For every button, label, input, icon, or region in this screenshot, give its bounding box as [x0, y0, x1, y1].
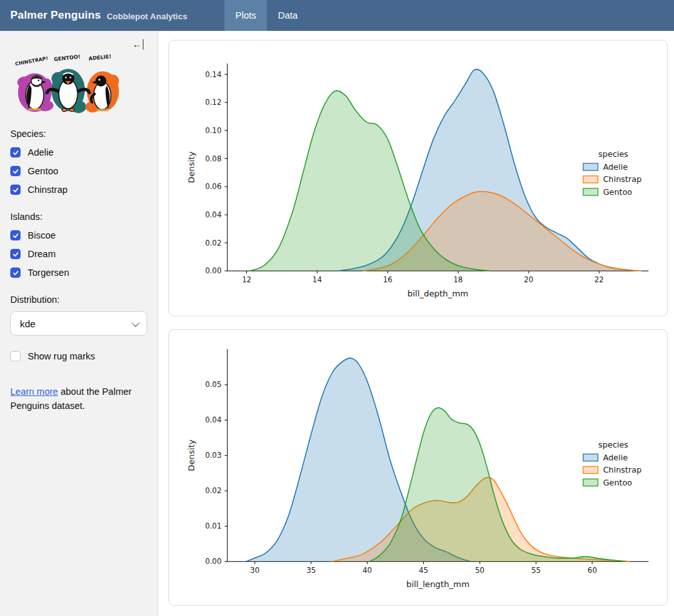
- bill-length-kde-chart: 303540455055600.000.010.020.030.040.05bi…: [169, 330, 667, 605]
- main-content: 1214161820220.000.020.040.060.080.100.12…: [158, 31, 674, 616]
- checkbox-label: Biscoe: [28, 230, 56, 240]
- x-tick-label: 20: [524, 275, 534, 284]
- checkbox-label: Gentoo: [28, 166, 59, 176]
- x-tick-label: 30: [250, 566, 260, 575]
- app-title: Palmer Penguins: [10, 9, 101, 22]
- checkbox-biscoe[interactable]: [10, 230, 21, 240]
- y-tick-label: 0.08: [205, 154, 221, 163]
- y-axis-label: Density: [187, 439, 196, 471]
- legend-swatch-gentoo: [583, 479, 598, 486]
- legend-swatch-adelie: [583, 454, 598, 461]
- x-tick-label: 45: [419, 566, 428, 575]
- x-axis-label: bill_length_mm: [406, 579, 469, 589]
- penguins-illustration: CHINSTRAP! GENTOO! ADÉLIE!: [12, 53, 122, 118]
- legend-swatch-chinstrap: [583, 176, 598, 183]
- y-tick-label: 0.03: [205, 451, 221, 460]
- x-tick-label: 55: [531, 566, 541, 575]
- x-tick-label: 14: [313, 275, 322, 284]
- legend-title: species: [598, 149, 628, 159]
- navbar: Palmer Penguins Cobblepot Analytics Plot…: [0, 0, 674, 31]
- brand: Palmer Penguins Cobblepot Analytics: [0, 0, 224, 31]
- checkbox-gentoo[interactable]: [10, 166, 21, 176]
- x-axis-label: bill_depth_mm: [408, 289, 469, 298]
- gentoo-label: GENTOO!: [53, 54, 80, 62]
- x-tick-label: 50: [475, 566, 485, 575]
- y-tick-label: 0.01: [205, 521, 221, 530]
- checkbox-label: Torgersen: [28, 267, 69, 278]
- legend-swatch-chinstrap: [583, 467, 598, 474]
- x-tick-label: 16: [383, 275, 392, 284]
- chinstrap-label: CHINSTRAP!: [15, 55, 49, 67]
- y-tick-label: 0.06: [205, 182, 221, 191]
- y-tick-label: 0.02: [205, 486, 221, 495]
- checkbox-label: Adelie: [28, 147, 53, 158]
- sidebar-footer: Learn more about the Palmer Penguins dat…: [10, 385, 136, 413]
- checkbox-chinstrap[interactable]: [10, 185, 21, 195]
- distribution-select[interactable]: kde: [10, 311, 147, 336]
- checkbox-label: Dream: [28, 249, 56, 259]
- legend-label-adelie: Adelie: [603, 162, 628, 172]
- x-tick-label: 12: [242, 275, 251, 284]
- select-value: kde: [20, 318, 35, 329]
- species-option-chinstrap: Chinstrap: [10, 185, 147, 195]
- rug-option: Show rug marks: [10, 351, 147, 361]
- sidebar: ←: [0, 31, 158, 616]
- island-option-biscoe: Biscoe: [10, 230, 147, 240]
- species-option-gentoo: Gentoo: [10, 166, 147, 176]
- learn-more-link[interactable]: Learn more: [10, 386, 58, 397]
- checkbox-label: Chinstrap: [28, 185, 68, 195]
- checkbox-dream[interactable]: [10, 249, 21, 259]
- chevron-down-icon: [132, 318, 140, 327]
- legend-swatch-gentoo: [583, 188, 598, 195]
- y-tick-label: 0.10: [205, 126, 221, 135]
- legend-label-chinstrap: Chinstrap: [603, 174, 642, 184]
- bill-depth-card: 1214161820220.000.020.040.060.080.100.12…: [168, 40, 668, 316]
- checkbox-torgersen[interactable]: [10, 267, 21, 278]
- legend-title: species: [598, 440, 628, 449]
- island-option-dream: Dream: [10, 249, 147, 259]
- arrow-left-icon: ←: [132, 39, 142, 50]
- bill-depth-kde-chart: 1214161820220.000.020.040.060.080.100.12…: [169, 41, 667, 316]
- x-tick-label: 60: [588, 566, 597, 575]
- sidebar-collapse-button[interactable]: ←: [132, 39, 144, 50]
- y-axis-label: Density: [187, 151, 196, 183]
- y-tick-label: 0.00: [205, 266, 221, 275]
- x-tick-label: 35: [306, 566, 316, 575]
- species-option-adelie: Adelie: [10, 147, 147, 158]
- island-option-torgersen: Torgersen: [10, 267, 147, 278]
- species-heading: Species:: [10, 129, 147, 139]
- nav-tabs: Plots Data: [224, 0, 309, 31]
- checkbox-rug-marks[interactable]: [10, 351, 21, 361]
- y-tick-label: 0.02: [205, 239, 221, 248]
- y-tick-label: 0.05: [205, 380, 221, 389]
- islands-heading: Islands:: [10, 212, 147, 222]
- y-tick-label: 0.04: [205, 210, 221, 219]
- x-tick-label: 18: [453, 275, 463, 284]
- y-tick-label: 0.14: [205, 70, 221, 79]
- adelie-label: ADÉLIE!: [88, 53, 111, 62]
- y-tick-label: 0.00: [205, 557, 221, 566]
- distribution-heading: Distribution:: [10, 294, 147, 305]
- y-tick-label: 0.12: [205, 98, 221, 107]
- checkbox-adelie[interactable]: [10, 147, 21, 158]
- y-tick-label: 0.04: [205, 415, 221, 424]
- tab-plots[interactable]: Plots: [224, 0, 267, 31]
- bill-length-card: 303540455055600.000.010.020.030.040.05bi…: [168, 329, 668, 606]
- tab-data[interactable]: Data: [267, 0, 309, 31]
- legend-label-gentoo: Gentoo: [603, 187, 632, 197]
- legend-label-chinstrap: Chinstrap: [603, 465, 642, 475]
- x-tick-label: 40: [363, 566, 372, 575]
- legend-swatch-adelie: [583, 163, 598, 170]
- checkbox-label: Show rug marks: [28, 351, 95, 361]
- legend-label-gentoo: Gentoo: [603, 478, 632, 487]
- app-subtitle: Cobblepot Analytics: [107, 10, 187, 21]
- legend-label-adelie: Adelie: [603, 453, 628, 462]
- x-tick-label: 22: [594, 275, 604, 284]
